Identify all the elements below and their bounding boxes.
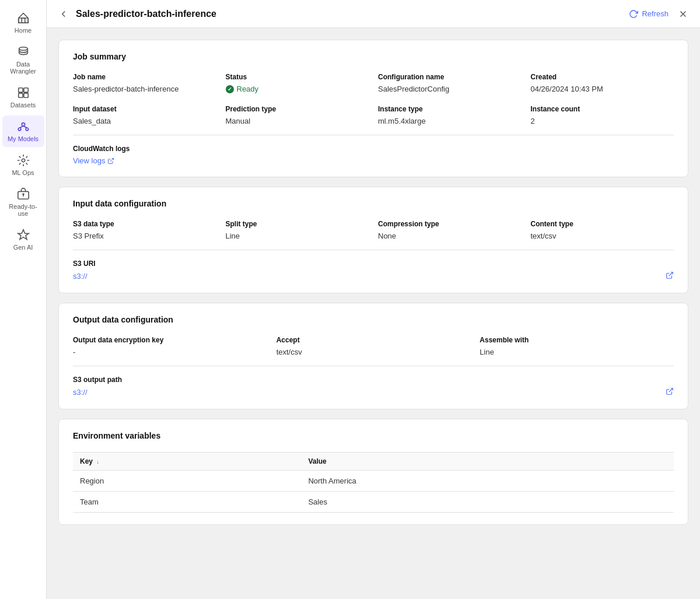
job-name-field: Job name Sales-predictor-batch-inference xyxy=(73,73,216,93)
accept-value: text/csv xyxy=(276,348,471,356)
assemble-with-label: Assemble with xyxy=(480,336,674,344)
sidebar-item-gen-ai[interactable]: Gen AI xyxy=(2,224,44,255)
env-value-cell: North America xyxy=(301,471,674,492)
s3-output-path-label: S3 output path xyxy=(73,376,674,384)
s3-uri-value: s3:// xyxy=(73,272,88,281)
cloudwatch-field: CloudWatch logs View logs xyxy=(73,145,674,165)
view-logs-link[interactable]: View logs xyxy=(73,156,674,165)
env-variables-title: Environment variables xyxy=(73,431,674,440)
sidebar-label-home: Home xyxy=(15,27,32,34)
created-value: 04/26/2024 10:43 PM xyxy=(531,85,674,93)
back-button[interactable] xyxy=(58,9,69,19)
header-actions: Refresh xyxy=(629,9,688,19)
s3-data-type-field: S3 data type S3 Prefix xyxy=(73,220,216,240)
refresh-label: Refresh xyxy=(642,9,668,18)
s3-output-path-row: s3:// xyxy=(73,387,674,397)
main-panel: Sales-predictor-batch-inference Refresh … xyxy=(47,0,700,599)
prediction-type-label: Prediction type xyxy=(226,105,369,113)
content-type-field: Content type text/csv xyxy=(531,220,674,240)
input-data-config-card: Input data configuration S3 data type S3… xyxy=(58,187,688,293)
cloudwatch-logs-label: CloudWatch logs xyxy=(73,145,674,153)
created-field: Created 04/26/2024 10:43 PM xyxy=(531,73,674,93)
config-name-field: Configuration name SalesPredictorConfig xyxy=(378,73,522,93)
env-key-cell: Region xyxy=(73,471,301,492)
s3-output-path-link[interactable]: s3:// xyxy=(73,388,88,397)
table-row: RegionNorth America xyxy=(73,471,674,492)
svg-point-8 xyxy=(26,128,29,131)
refresh-icon xyxy=(629,9,638,19)
svg-line-18 xyxy=(669,272,673,276)
sidebar-item-data-wrangler[interactable]: Data Wrangler xyxy=(2,41,44,79)
col-value-header: Value xyxy=(301,453,674,471)
s3-uri-external-link-icon[interactable] xyxy=(666,271,674,281)
accept-field: Accept text/csv xyxy=(276,336,471,356)
svg-line-9 xyxy=(19,126,23,128)
close-button[interactable] xyxy=(678,9,688,19)
page-header: Sales-predictor-batch-inference Refresh xyxy=(47,0,700,28)
s3-output-path-field: S3 output path s3:// xyxy=(73,376,674,397)
svg-rect-0 xyxy=(18,18,28,23)
job-name-value: Sales-predictor-batch-inference xyxy=(73,85,216,93)
sidebar-item-my-models[interactable]: My Models xyxy=(2,115,44,147)
sidebar-item-ready-to-use[interactable]: Ready-to-use xyxy=(2,183,44,222)
compression-type-value: None xyxy=(378,232,522,240)
job-name-label: Job name xyxy=(73,73,216,81)
s3-data-type-label: S3 data type xyxy=(73,220,216,228)
assemble-with-field: Assemble with Line xyxy=(480,336,674,356)
sidebar-label-my-models: My Models xyxy=(8,135,38,142)
svg-point-7 xyxy=(18,128,21,131)
instance-type-field: Instance type ml.m5.4xlarge xyxy=(378,105,522,125)
compression-type-label: Compression type xyxy=(378,220,522,228)
svg-rect-4 xyxy=(18,93,22,97)
svg-rect-3 xyxy=(23,88,27,92)
instance-count-field: Instance count 2 xyxy=(531,105,674,125)
env-variables-card: Environment variables Key ↓ Value Region… xyxy=(58,419,688,525)
s3-output-external-link-icon[interactable] xyxy=(666,387,674,397)
svg-line-19 xyxy=(669,388,673,392)
input-dataset-field: Input dataset Sales_data xyxy=(73,105,216,125)
sidebar-item-datasets[interactable]: Datasets xyxy=(2,82,44,113)
sidebar-item-home[interactable]: Home xyxy=(2,7,44,38)
status-dot-icon xyxy=(226,85,234,93)
sidebar-label-ready-to-use: Ready-to-use xyxy=(6,203,41,217)
svg-line-17 xyxy=(110,158,114,162)
encryption-key-label: Output data encryption key xyxy=(73,336,267,344)
output-data-config-grid: Output data encryption key - Accept text… xyxy=(73,336,674,356)
page-title: Sales-predictor-batch-inference xyxy=(76,9,622,19)
table-row: TeamSales xyxy=(73,492,674,513)
sidebar-label-data-wrangler: Data Wrangler xyxy=(6,61,41,75)
close-icon xyxy=(678,9,688,19)
instance-count-value: 2 xyxy=(531,117,674,125)
env-key-cell: Team xyxy=(73,492,301,513)
s3-data-type-value: S3 Prefix xyxy=(73,232,216,240)
instance-type-label: Instance type xyxy=(378,105,522,113)
svg-point-1 xyxy=(19,47,27,51)
sidebar: Home Data Wrangler Datasets My Models xyxy=(0,0,47,599)
sidebar-label-gen-ai: Gen AI xyxy=(13,244,33,251)
content-type-label: Content type xyxy=(531,220,674,228)
svg-point-14 xyxy=(23,194,24,195)
s3-uri-field: S3 URI s3:// xyxy=(73,260,674,281)
s3-output-path-value: s3:// xyxy=(73,388,88,397)
split-type-value: Line xyxy=(226,232,369,240)
sort-icon[interactable]: ↓ xyxy=(96,458,99,465)
divider-3 xyxy=(73,366,674,366)
sidebar-label-datasets: Datasets xyxy=(10,101,36,108)
prediction-type-value: Manual xyxy=(226,117,369,125)
sidebar-label-ml-ops: ML Ops xyxy=(12,169,34,176)
instance-count-label: Instance count xyxy=(531,105,674,113)
job-summary-card: Job summary Job name Sales-predictor-bat… xyxy=(58,40,688,177)
config-name-value: SalesPredictorConfig xyxy=(378,85,522,93)
refresh-button[interactable]: Refresh xyxy=(629,9,668,19)
col-key-header: Key ↓ xyxy=(73,453,301,471)
output-data-config-card: Output data configuration Output data en… xyxy=(58,303,688,409)
s3-uri-link[interactable]: s3:// xyxy=(73,272,88,281)
prediction-type-field: Prediction type Manual xyxy=(226,105,369,125)
svg-rect-5 xyxy=(23,93,27,97)
input-dataset-label: Input dataset xyxy=(73,105,216,113)
sidebar-item-ml-ops[interactable]: ML Ops xyxy=(2,149,44,181)
divider-1 xyxy=(73,135,674,135)
job-summary-title: Job summary xyxy=(73,52,674,61)
input-data-config-title: Input data configuration xyxy=(73,199,674,208)
view-logs-label: View logs xyxy=(73,156,105,165)
